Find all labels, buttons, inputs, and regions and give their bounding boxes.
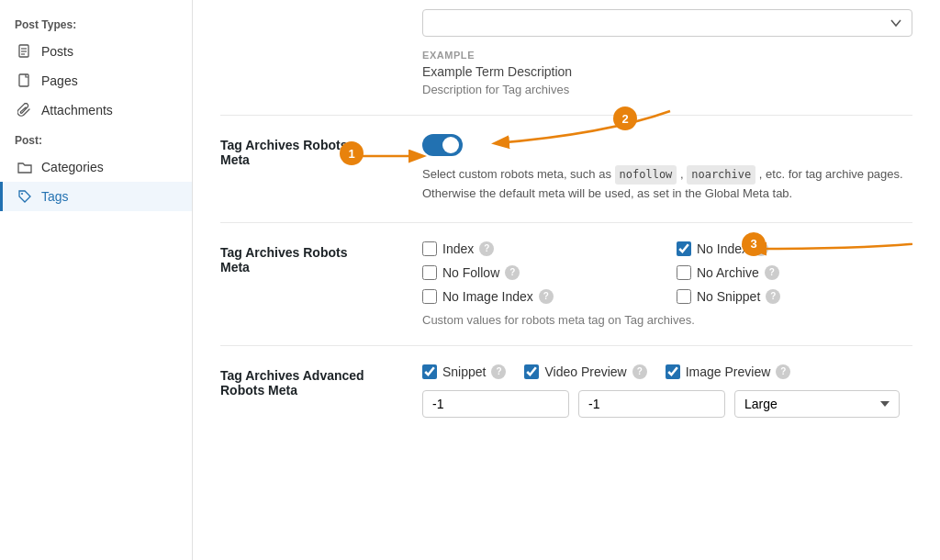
no-archive-checkbox-item: No Archive ? bbox=[677, 265, 912, 280]
desc-comma1: , bbox=[680, 167, 687, 181]
page-icon bbox=[17, 73, 32, 88]
index-checkbox-item: Index ? bbox=[422, 241, 658, 256]
index-checkbox[interactable] bbox=[422, 241, 437, 256]
custom-values-note: Custom values for robots meta tag on Tag… bbox=[422, 313, 912, 327]
no-index-checkbox-item: No Index ? bbox=[677, 241, 912, 256]
checkboxes-grid: Index ? No Follow ? No Image Index ? bbox=[422, 241, 912, 304]
no-archive-checkbox[interactable] bbox=[677, 265, 691, 280]
folder-icon bbox=[17, 160, 32, 174]
image-preview-advanced-item: Image Preview ? bbox=[666, 364, 791, 379]
robots-checkboxes-row: 3 Tag Archives Robots Meta bbox=[220, 223, 912, 346]
image-select-wrapper: Large None Standard bbox=[734, 390, 900, 418]
video-preview-advanced-item: Video Preview ? bbox=[524, 364, 646, 379]
index-label: Index bbox=[442, 241, 474, 256]
attachment-icon bbox=[17, 103, 32, 118]
advanced-checkboxes-row: Snippet ? Video Preview ? Image Preview … bbox=[422, 364, 912, 379]
no-snippet-checkbox-item: No Snippet ? bbox=[677, 289, 912, 304]
no-snippet-help-icon[interactable]: ? bbox=[766, 289, 780, 304]
document-icon bbox=[17, 44, 32, 59]
robots-meta-row: 1 Tag Archives Robots Meta 2 bbox=[220, 116, 912, 223]
post-types-label: Post Types: bbox=[0, 9, 192, 37]
nofollow-badge: nofollow bbox=[615, 165, 677, 185]
nofollow-checkbox[interactable] bbox=[422, 265, 437, 280]
example-value: Example Term Description bbox=[422, 64, 912, 79]
no-archive-label: No Archive bbox=[697, 265, 759, 280]
checkbox-col2: No Index ? No Archive ? No Snippet ? bbox=[677, 241, 912, 304]
attachments-label: Attachments bbox=[41, 103, 113, 118]
categories-label: Categories bbox=[41, 160, 104, 174]
image-preview-select[interactable]: Large None Standard bbox=[734, 390, 900, 418]
toggle-thumb bbox=[442, 137, 459, 153]
annotation-2: 2 bbox=[613, 106, 637, 130]
nofollow-label: No Follow bbox=[442, 265, 499, 280]
chevron-down-icon bbox=[890, 17, 902, 29]
main-content: EXAMPLE Example Term Description Descrip… bbox=[193, 0, 940, 464]
snippet-advanced-checkbox[interactable] bbox=[422, 364, 437, 379]
no-image-index-label: No Image Index bbox=[442, 289, 533, 304]
image-preview-advanced-help-icon[interactable]: ? bbox=[776, 364, 790, 379]
robots-checkboxes-content: Index ? No Follow ? No Image Index ? bbox=[422, 241, 912, 327]
toggle-track bbox=[422, 134, 463, 156]
robots-meta-label: Tag Archives Robots Meta bbox=[220, 134, 404, 204]
robots-meta-toggle[interactable] bbox=[422, 134, 463, 156]
example-label: EXAMPLE bbox=[422, 50, 912, 61]
video-preview-advanced-help-icon[interactable]: ? bbox=[632, 364, 647, 379]
advanced-inputs-row: Large None Standard bbox=[422, 390, 912, 418]
nofollow-checkbox-item: No Follow ? bbox=[422, 265, 658, 280]
snippet-advanced-label: Snippet bbox=[442, 364, 486, 379]
video-preview-advanced-label: Video Preview bbox=[544, 364, 626, 379]
svg-rect-4 bbox=[19, 74, 28, 86]
robots-meta-content: 2 bbox=[422, 134, 912, 204]
advanced-robots-label: Tag Archives Advanced Robots Meta bbox=[220, 364, 404, 418]
advanced-robots-row: Tag Archives Advanced Robots Meta Snippe… bbox=[220, 346, 912, 436]
posts-label: Posts bbox=[41, 44, 73, 59]
pages-label: Pages bbox=[41, 73, 78, 88]
snippet-advanced-help-icon[interactable]: ? bbox=[491, 364, 506, 379]
nofollow-help-icon[interactable]: ? bbox=[505, 265, 520, 280]
no-archive-help-icon[interactable]: ? bbox=[765, 265, 779, 280]
toggle-container: 2 bbox=[422, 134, 912, 156]
post-label: Post: bbox=[0, 125, 192, 152]
image-preview-advanced-label: Image Preview bbox=[686, 364, 771, 379]
main-content-wrapper: EXAMPLE Example Term Description Descrip… bbox=[193, 0, 940, 560]
no-image-index-checkbox[interactable] bbox=[422, 289, 437, 304]
noarchive-badge: noarchive bbox=[687, 165, 755, 185]
checkbox-col1: Index ? No Follow ? No Image Index ? bbox=[422, 241, 658, 304]
sidebar-item-attachments[interactable]: Attachments bbox=[0, 95, 192, 125]
robots-meta-label2: Tag Archives Robots Meta bbox=[220, 241, 404, 327]
descriptions-section: EXAMPLE Example Term Description Descrip… bbox=[220, 0, 912, 116]
example-desc: Description for Tag archives bbox=[422, 83, 912, 96]
sidebar-item-posts[interactable]: Posts bbox=[0, 37, 192, 66]
annotation-1: 1 bbox=[340, 141, 364, 165]
annotation-3: 3 bbox=[742, 232, 766, 256]
tag-icon bbox=[17, 189, 32, 204]
sidebar: Post Types: Posts Pages Attachments Post… bbox=[0, 0, 193, 560]
sidebar-item-pages[interactable]: Pages bbox=[0, 66, 192, 95]
snippet-value-input[interactable] bbox=[422, 390, 569, 418]
video-value-input[interactable] bbox=[578, 390, 725, 418]
no-image-index-checkbox-item: No Image Index ? bbox=[422, 289, 658, 304]
no-index-label: No Index bbox=[697, 241, 748, 256]
snippet-advanced-item: Snippet ? bbox=[422, 364, 506, 379]
sidebar-item-tags[interactable]: Tags bbox=[0, 182, 192, 211]
no-index-checkbox[interactable] bbox=[677, 241, 691, 256]
no-snippet-checkbox[interactable] bbox=[677, 289, 691, 304]
no-image-index-help-icon[interactable]: ? bbox=[539, 289, 554, 304]
meta-description: Select custom robots meta, such as nofol… bbox=[422, 165, 912, 204]
image-preview-advanced-checkbox[interactable] bbox=[666, 364, 680, 379]
tags-label: Tags bbox=[41, 189, 69, 204]
descriptions-dropdown[interactable] bbox=[422, 9, 912, 37]
index-help-icon[interactable]: ? bbox=[479, 241, 494, 256]
advanced-robots-content: Snippet ? Video Preview ? Image Preview … bbox=[422, 364, 912, 418]
video-preview-advanced-checkbox[interactable] bbox=[524, 364, 539, 379]
sidebar-item-categories[interactable]: Categories bbox=[0, 152, 192, 182]
no-snippet-label: No Snippet bbox=[697, 289, 760, 304]
svg-point-5 bbox=[21, 193, 23, 195]
desc-before: Select custom robots meta, such as bbox=[422, 167, 615, 181]
